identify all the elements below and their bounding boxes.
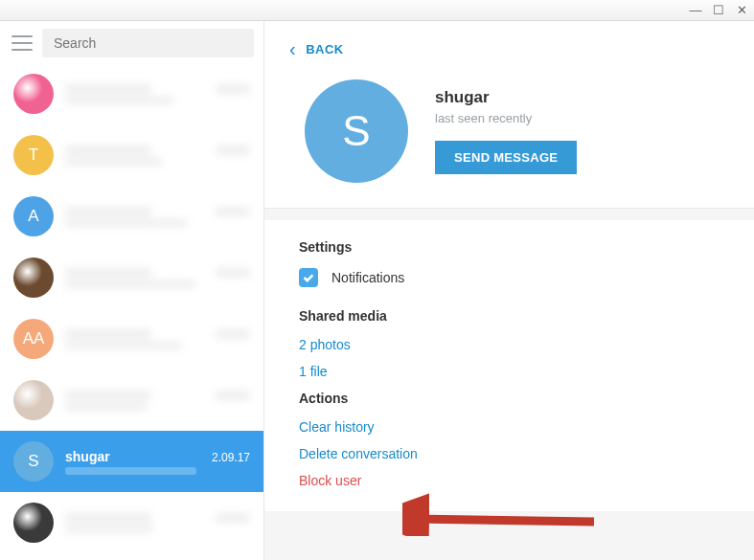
back-button[interactable]: ‹ BACK [289, 38, 729, 60]
profile-status: last seen recently [435, 111, 577, 125]
send-message-button[interactable]: SEND MESSAGE [435, 141, 577, 174]
chat-list[interactable]: TAAASshugar2.09.17 [0, 63, 263, 560]
clear-history-link[interactable]: Clear history [299, 419, 720, 435]
menu-icon[interactable] [11, 35, 33, 51]
avatar: S [13, 441, 54, 482]
profile-avatar[interactable]: S [305, 79, 408, 183]
avatar: A [13, 196, 54, 236]
svg-line-0 [412, 519, 594, 522]
notifications-label: Notifications [331, 270, 404, 285]
window-titlebar: — ☐ ✕ [0, 0, 754, 21]
actions-heading: Actions [299, 391, 720, 406]
chevron-left-icon: ‹ [289, 38, 296, 60]
chat-list-item[interactable]: T [0, 124, 263, 186]
chat-list-item[interactable] [0, 63, 263, 124]
profile-name: shugar [435, 88, 577, 107]
back-label: BACK [306, 42, 344, 56]
avatar: AA [13, 319, 54, 359]
chat-date: 2.09.17 [212, 451, 250, 464]
shared-photos-link[interactable]: 2 photos [299, 337, 720, 352]
delete-conversation-link[interactable]: Delete conversation [299, 446, 720, 461]
avatar [13, 74, 54, 114]
sidebar: TAAASshugar2.09.17 [0, 21, 264, 560]
checkbox-checked-icon[interactable] [299, 268, 318, 287]
shared-media-heading: Shared media [299, 308, 720, 324]
annotation-arrow [402, 479, 613, 536]
shared-files-link[interactable]: 1 file [299, 364, 720, 379]
avatar: T [13, 135, 54, 175]
chat-list-item[interactable]: Sshugar2.09.17 [0, 431, 263, 492]
chat-name: shugar [65, 449, 110, 464]
avatar [13, 258, 54, 298]
maximize-button[interactable]: ☐ [712, 4, 725, 17]
settings-heading: Settings [299, 239, 720, 255]
chat-list-item[interactable]: AA [0, 308, 263, 370]
avatar [13, 380, 54, 420]
notifications-toggle[interactable]: Notifications [299, 268, 720, 287]
avatar [13, 503, 54, 543]
chat-list-item[interactable] [0, 492, 263, 553]
close-window-button[interactable]: ✕ [735, 4, 748, 17]
chat-list-item[interactable] [0, 247, 263, 308]
chat-list-item[interactable]: A [0, 186, 263, 247]
search-input[interactable] [42, 29, 254, 57]
minimize-button[interactable]: — [689, 4, 702, 17]
chat-list-item[interactable] [0, 370, 263, 431]
